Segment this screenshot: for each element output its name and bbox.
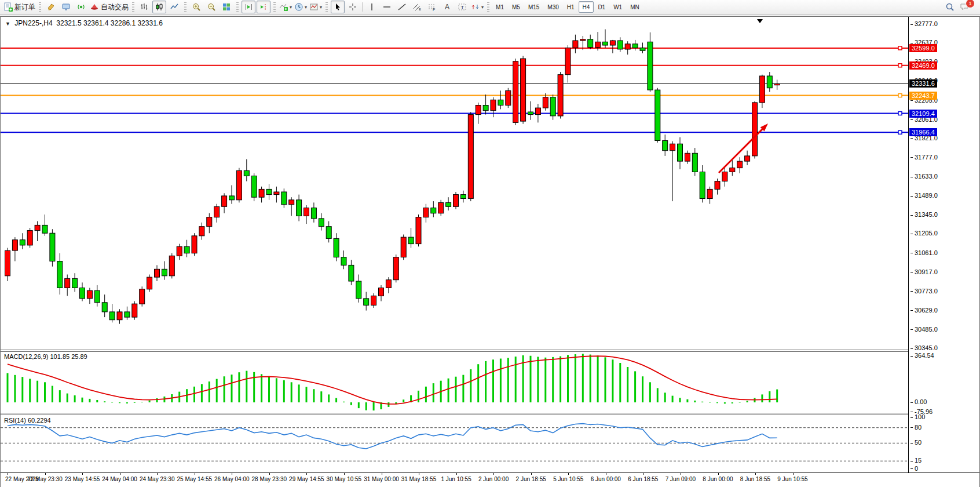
autotrading-button[interactable]: 自动交易 <box>89 1 129 13</box>
auto-scroll-icon <box>244 2 253 12</box>
timeframe-M30[interactable]: M30 <box>543 1 562 13</box>
ohlc-quote-label: 32321.5 32361.4 32286.1 32331.6 <box>56 19 163 27</box>
time-axis[interactable]: 22 May 202322 May 23:3023 May 14:5524 Ma… <box>1 473 979 487</box>
signals-icon <box>76 2 86 12</box>
arrows-icon <box>471 2 480 12</box>
time-tick <box>269 473 270 475</box>
price-tick: 30773.0 <box>910 288 938 295</box>
pane-divider[interactable] <box>1 413 908 415</box>
tile-windows-button[interactable] <box>220 1 233 13</box>
chart-window[interactable]: ▼ JPN225-,H4 32321.5 32361.4 32286.1 323… <box>0 16 980 487</box>
fibonacci-icon: F <box>427 2 437 12</box>
mt4-window: 新订单 自动交易 ▾ ▾ ▾ E F A T ▾ <box>0 0 980 487</box>
timeframe-D1[interactable]: D1 <box>594 1 609 13</box>
price-tick: 30345.0 <box>910 344 938 351</box>
timeframe-M15[interactable]: M15 <box>524 1 543 13</box>
hline-price-badge: 31966.4 <box>909 128 937 136</box>
timeframe-M1[interactable]: M1 <box>492 1 508 13</box>
time-tick <box>681 473 681 475</box>
price-tick: 31633.0 <box>910 173 938 180</box>
periods-button[interactable]: ▾ <box>294 1 308 13</box>
channel-button[interactable]: E <box>410 1 424 13</box>
toolbar-right-group: 1 <box>942 1 978 13</box>
toolbar-grip <box>132 2 134 12</box>
cursor-button[interactable] <box>331 1 345 13</box>
rsi-axis-tick: 15 <box>910 457 922 464</box>
price-tick: 31777.0 <box>910 154 938 161</box>
price-axis[interactable]: 32777.032637.032493.032349.032205.032061… <box>908 17 979 473</box>
main-chart-pane[interactable] <box>1 17 908 352</box>
price-tick: 30917.0 <box>910 268 938 275</box>
text-icon: A <box>443 2 452 12</box>
hline-price-badge: 32469.0 <box>909 61 937 70</box>
timeframe-MN[interactable]: MN <box>626 1 643 13</box>
time-tick <box>120 473 120 475</box>
chat-button[interactable]: 1 <box>958 1 972 13</box>
time-tick <box>45 473 46 475</box>
chart-title: ▼ JPN225-,H4 32321.5 32361.4 32286.1 323… <box>5 19 163 27</box>
templates-icon <box>309 2 319 12</box>
text-button[interactable]: A <box>440 1 454 13</box>
notification-badge[interactable]: 1 <box>966 0 975 8</box>
time-tick <box>157 473 158 475</box>
toolbar-grip <box>236 2 239 12</box>
time-tick <box>493 473 494 475</box>
symbol-timeframe-label: JPN225-,H4 <box>14 19 52 27</box>
search-button[interactable] <box>943 1 957 13</box>
rsi-pane[interactable] <box>1 415 908 475</box>
price-tick: 30629.0 <box>910 307 938 314</box>
templates-button[interactable]: ▾ <box>309 1 323 13</box>
time-tick <box>456 473 457 475</box>
horizontal-line-button[interactable] <box>380 1 394 13</box>
time-tick <box>82 473 83 475</box>
rsi-axis-tick: 0 <box>910 465 918 472</box>
zoom-out-icon <box>207 2 216 12</box>
bar-chart-mode-button[interactable] <box>137 1 151 13</box>
macd-pane[interactable] <box>1 352 908 415</box>
styler-button[interactable] <box>44 1 58 13</box>
new-order-icon <box>3 2 13 12</box>
signals-button[interactable] <box>74 1 88 13</box>
time-tick <box>568 473 569 475</box>
hline-price-badge: 32599.0 <box>909 44 937 52</box>
vertical-line-button[interactable] <box>365 1 379 13</box>
toolbar-grip <box>487 2 489 12</box>
zoom-out-button[interactable] <box>204 1 218 13</box>
crosshair-button[interactable] <box>346 1 360 13</box>
rsi-axis-tick: 50 <box>910 439 922 446</box>
tile-windows-icon <box>222 2 231 12</box>
timeframe-W1[interactable]: W1 <box>609 1 626 13</box>
autotrading-label: 自动交易 <box>101 2 129 12</box>
candlestick-mode-button[interactable] <box>152 1 166 13</box>
line-chart-mode-button[interactable] <box>167 1 181 13</box>
rsi-label: RSI(14) 60.2294 <box>4 417 51 424</box>
timeframe-H1[interactable]: H1 <box>563 1 579 13</box>
timeframe-H4[interactable]: H4 <box>579 1 594 13</box>
zoom-in-button[interactable] <box>189 1 203 13</box>
time-tick <box>195 473 195 475</box>
fibonacci-button[interactable]: F <box>425 1 439 13</box>
trendline-button[interactable] <box>395 1 409 13</box>
rsi-axis-tick: 80 <box>910 424 922 431</box>
auto-scroll-button[interactable] <box>242 1 255 13</box>
horizontal-line-icon <box>382 2 392 12</box>
new-order-button[interactable]: 新订单 <box>3 1 36 13</box>
toolbar-grip <box>326 2 328 12</box>
macd-label: MACD(12,26,9) 101.85 25.89 <box>4 353 87 360</box>
candlestick-mode-icon <box>155 2 164 12</box>
time-tick <box>606 473 606 475</box>
toolbar: 新订单 自动交易 ▾ ▾ ▾ E F A T ▾ <box>0 0 980 14</box>
collapse-icon[interactable]: ▼ <box>5 21 10 27</box>
time-tick <box>793 473 793 475</box>
profiles-button[interactable] <box>59 1 73 13</box>
timeframe-M5[interactable]: M5 <box>508 1 524 13</box>
zoom-in-icon <box>192 2 201 12</box>
label-button[interactable]: T <box>455 1 469 13</box>
svg-text:E: E <box>419 8 421 11</box>
pane-divider[interactable] <box>1 350 908 352</box>
svg-text:T: T <box>461 5 465 10</box>
price-tick: 32777.0 <box>910 20 938 27</box>
chart-shift-button[interactable] <box>257 1 270 13</box>
indicators-button[interactable]: ▾ <box>279 1 292 13</box>
arrows-button[interactable]: ▾ <box>470 1 484 13</box>
